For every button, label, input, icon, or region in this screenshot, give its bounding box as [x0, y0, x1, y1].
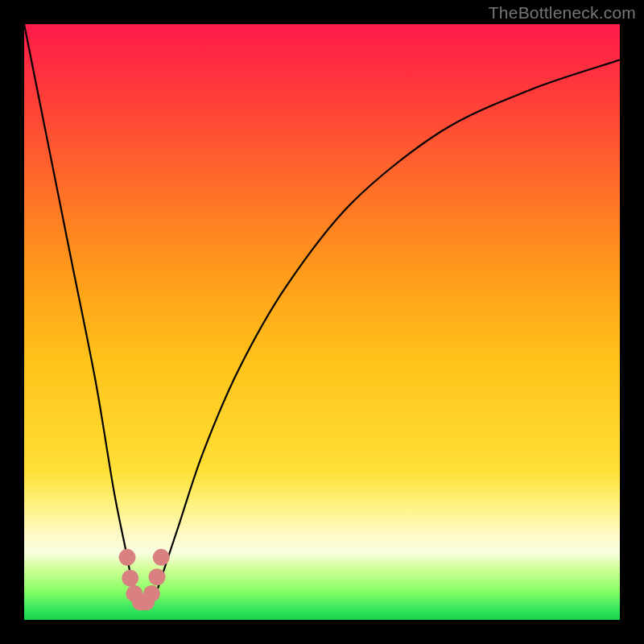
trough-marker: [119, 549, 136, 566]
chart-frame: TheBottleneck.com: [0, 0, 644, 644]
plot-area: [24, 24, 620, 620]
trough-markers: [119, 549, 170, 611]
trough-marker: [153, 549, 170, 566]
trough-marker: [143, 585, 160, 602]
trough-marker: [122, 570, 138, 587]
watermark-text: TheBottleneck.com: [489, 3, 636, 23]
chart-svg: [24, 24, 620, 620]
trough-marker: [149, 568, 166, 585]
bottleneck-curve: [24, 24, 620, 609]
